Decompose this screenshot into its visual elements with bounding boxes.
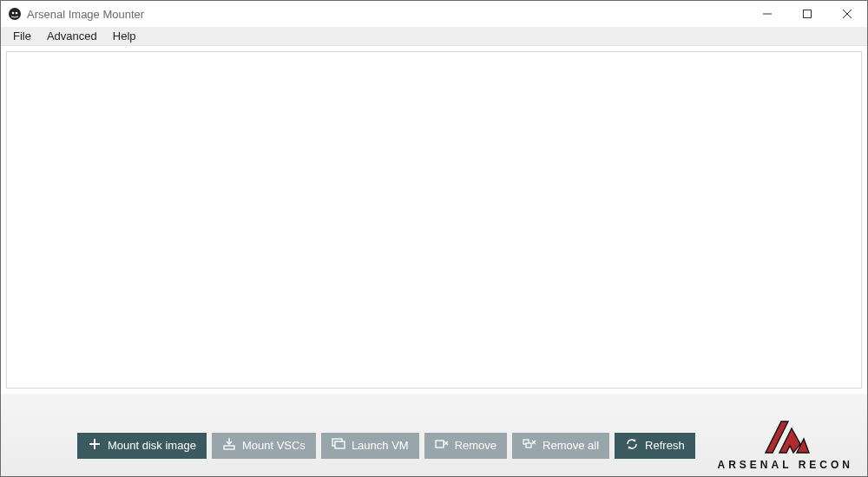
svg-rect-13 — [436, 441, 444, 448]
arsenal-logo-icon — [759, 418, 812, 457]
titlebar: Arsenal Image Mounter — [1, 1, 867, 27]
remove-all-button[interactable]: Remove all — [512, 433, 609, 459]
menu-advanced[interactable]: Advanced — [40, 28, 104, 44]
window-controls — [747, 1, 867, 27]
refresh-button[interactable]: Refresh — [615, 433, 695, 459]
app-icon — [8, 7, 22, 21]
button-label: Remove all — [542, 439, 599, 452]
remove-icon — [435, 437, 449, 454]
remove-all-icon — [523, 437, 536, 454]
minimize-button[interactable] — [747, 1, 787, 27]
titlebar-left: Arsenal Image Mounter — [1, 7, 144, 21]
mount-disk-image-button[interactable]: Mount disk image — [77, 433, 207, 459]
brand-logo: ARSENAL RECON — [718, 418, 853, 471]
maximize-button[interactable] — [787, 1, 827, 27]
button-label: Mount disk image — [108, 439, 196, 452]
brand-name: ARSENAL RECON — [718, 459, 853, 471]
mount-vscs-button[interactable]: Mount VSCs — [212, 433, 316, 459]
svg-point-2 — [16, 12, 18, 15]
svg-point-0 — [9, 8, 21, 20]
remove-button[interactable]: Remove — [424, 433, 507, 459]
close-button[interactable] — [827, 1, 867, 27]
button-label: Mount VSCs — [242, 439, 306, 452]
app-window: Arsenal Image Mounter File Advanced Help — [0, 0, 868, 477]
svg-rect-4 — [804, 10, 812, 18]
menubar: File Advanced Help — [1, 27, 867, 46]
refresh-icon — [625, 437, 639, 454]
button-label: Launch VM — [352, 439, 409, 452]
svg-rect-12 — [335, 441, 345, 448]
svg-rect-17 — [526, 443, 531, 448]
monitor-icon — [332, 437, 345, 454]
button-label: Refresh — [645, 439, 685, 452]
menu-file[interactable]: File — [6, 28, 38, 44]
window-title: Arsenal Image Mounter — [27, 8, 144, 21]
download-disk-icon — [222, 437, 236, 454]
image-list-panel — [6, 51, 862, 389]
bottom-panel: Mount disk image Mount VSCs Launch VM Re… — [1, 394, 867, 476]
plus-icon — [88, 437, 102, 454]
button-label: Remove — [455, 439, 496, 452]
svg-rect-9 — [224, 446, 234, 449]
launch-vm-button[interactable]: Launch VM — [321, 433, 419, 459]
menu-help[interactable]: Help — [106, 28, 143, 44]
toolbar: Mount disk image Mount VSCs Launch VM Re… — [77, 433, 695, 459]
svg-point-1 — [12, 12, 15, 15]
